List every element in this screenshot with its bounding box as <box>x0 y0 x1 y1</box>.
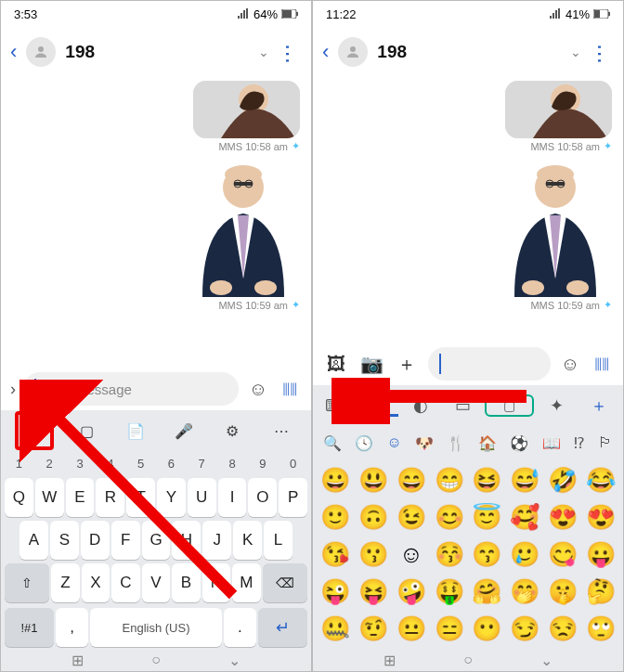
message-input[interactable]: Enter message <box>23 372 239 406</box>
camera-icon[interactable]: 📷 <box>358 350 385 378</box>
emoji-cat[interactable]: 🏳 <box>598 434 613 451</box>
emoji[interactable]: 😂 <box>583 463 618 497</box>
emoji[interactable]: 😏 <box>508 612 542 645</box>
key-c[interactable]: C <box>111 563 139 602</box>
bitmoji-tab[interactable]: ▢ <box>485 394 534 417</box>
kbd-hide-icon[interactable]: ⌄ <box>540 652 552 669</box>
keyboard-tab-icon[interactable]: ⌨ <box>318 395 357 416</box>
period-key[interactable]: . <box>224 608 256 647</box>
voice-wave-icon[interactable]: ⦀⦀ <box>278 377 302 401</box>
key-w[interactable]: W <box>35 478 64 517</box>
emoji[interactable]: 😆 <box>470 463 504 497</box>
emoji-cat[interactable]: 🔍 <box>323 434 342 452</box>
emoji[interactable]: 😛 <box>583 537 618 571</box>
back-icon[interactable]: ‹ <box>10 40 17 64</box>
emoji-cat[interactable]: 🏠 <box>478 434 497 452</box>
emoji[interactable]: 🤭 <box>508 575 542 608</box>
settings-icon[interactable]: ⚙ <box>217 416 247 446</box>
key-d[interactable]: D <box>81 521 110 560</box>
emoji-cat[interactable]: 🐶 <box>415 434 434 452</box>
emoji[interactable]: 😅 <box>508 463 542 497</box>
key-n[interactable]: N <box>202 563 230 602</box>
key-6[interactable]: 6 <box>157 453 186 474</box>
emoji[interactable]: 😉 <box>395 500 429 534</box>
emoji[interactable]: 😀 <box>318 463 353 497</box>
custom-tab[interactable]: ✦ <box>538 395 576 416</box>
emoji[interactable]: 😇 <box>470 500 504 534</box>
emoji-cat[interactable]: 📖 <box>542 434 561 452</box>
home-icon[interactable]: ○ <box>463 652 473 668</box>
key-e[interactable]: E <box>66 478 95 517</box>
message-input[interactable] <box>428 347 551 381</box>
emoji-icon[interactable]: ☺ <box>558 352 582 376</box>
key-u[interactable]: U <box>188 478 216 517</box>
gallery-icon[interactable]: 🖼 <box>322 350 350 378</box>
key-3[interactable]: 3 <box>66 453 95 474</box>
key-s[interactable]: S <box>50 521 79 560</box>
emoji[interactable]: 🙂 <box>318 500 353 534</box>
recents-icon[interactable]: ⊞ <box>72 652 84 669</box>
plus-icon[interactable]: ＋ <box>393 350 421 378</box>
backspace-key[interactable]: ⌫ <box>263 563 307 602</box>
more-icon[interactable]: ⋯ <box>276 44 300 61</box>
key-7[interactable]: 7 <box>188 453 216 474</box>
emoji[interactable]: 🤣 <box>546 463 580 497</box>
emoji-cat[interactable]: ⁉ <box>574 434 585 452</box>
emoji[interactable]: 😗 <box>357 537 391 571</box>
emoji[interactable]: 🙄 <box>583 612 618 645</box>
emoji[interactable]: 😊 <box>432 500 466 534</box>
emoji[interactable]: 😶 <box>470 612 504 645</box>
space-key[interactable]: English (US) <box>90 608 221 647</box>
emoji[interactable]: 🤑 <box>432 575 466 608</box>
message-image[interactable] <box>505 81 612 138</box>
key-t[interactable]: T <box>126 478 155 517</box>
key-f[interactable]: F <box>111 521 140 560</box>
gif-tab[interactable]: ▭ <box>444 395 482 416</box>
shift-key[interactable]: ⇧ <box>5 563 49 602</box>
emoji[interactable]: 😜 <box>318 575 353 608</box>
avatar[interactable] <box>26 37 56 67</box>
key-k[interactable]: K <box>233 521 262 560</box>
emoji[interactable]: 😑 <box>432 612 466 645</box>
mic-icon[interactable]: 🎤 <box>169 416 199 446</box>
kbd-hide-icon[interactable]: ⌄ <box>228 652 240 669</box>
key-l[interactable]: L <box>264 521 292 560</box>
emoji[interactable]: 🙃 <box>357 500 391 534</box>
key-g[interactable]: G <box>142 521 171 560</box>
key-v[interactable]: V <box>142 563 170 602</box>
emoji[interactable]: 😝 <box>357 575 391 608</box>
key-x[interactable]: X <box>82 563 110 602</box>
emoji-cat[interactable]: 🕓 <box>355 434 373 452</box>
key-b[interactable]: B <box>172 563 200 602</box>
chevron-down-icon[interactable]: ⌄ <box>258 45 269 59</box>
chevron-down-icon[interactable]: ⌄ <box>570 45 581 59</box>
message-image[interactable] <box>193 81 300 138</box>
key-z[interactable]: Z <box>51 563 79 602</box>
return-key[interactable]: ↵ <box>258 608 307 647</box>
home-icon[interactable]: ○ <box>151 652 161 668</box>
emoji[interactable]: 🥰 <box>508 500 542 534</box>
key-q[interactable]: Q <box>5 478 33 517</box>
emoji-tab[interactable]: ☺ <box>360 394 398 417</box>
emoji[interactable]: 🤫 <box>546 575 580 608</box>
symbol-key[interactable]: !#1 <box>5 608 54 647</box>
emoji[interactable]: 😁 <box>432 463 466 497</box>
chat-title[interactable]: 198 <box>65 42 253 62</box>
add-tab-icon[interactable]: ＋ <box>579 394 618 417</box>
emoji[interactable]: 🤔 <box>583 575 618 608</box>
notes-icon[interactable]: 📄 <box>121 416 150 446</box>
key-i[interactable]: I <box>218 478 247 517</box>
key-5[interactable]: 5 <box>126 453 155 474</box>
clipboard-icon[interactable]: ▢ <box>72 416 101 446</box>
key-j[interactable]: J <box>202 521 231 560</box>
emoji[interactable]: 🤗 <box>470 575 504 608</box>
message-image[interactable] <box>496 158 612 297</box>
emoji-cat[interactable]: ☺ <box>386 434 401 451</box>
emoji[interactable]: 😋 <box>546 537 580 571</box>
emoji[interactable]: 🤪 <box>395 575 429 608</box>
recents-icon[interactable]: ⊞ <box>384 652 396 669</box>
sticker-tab[interactable]: ◐ <box>402 395 440 416</box>
key-a[interactable]: A <box>20 521 48 560</box>
more-icon[interactable]: ⋯ <box>588 44 612 61</box>
voice-wave-icon[interactable]: ⦀⦀ <box>590 352 614 376</box>
